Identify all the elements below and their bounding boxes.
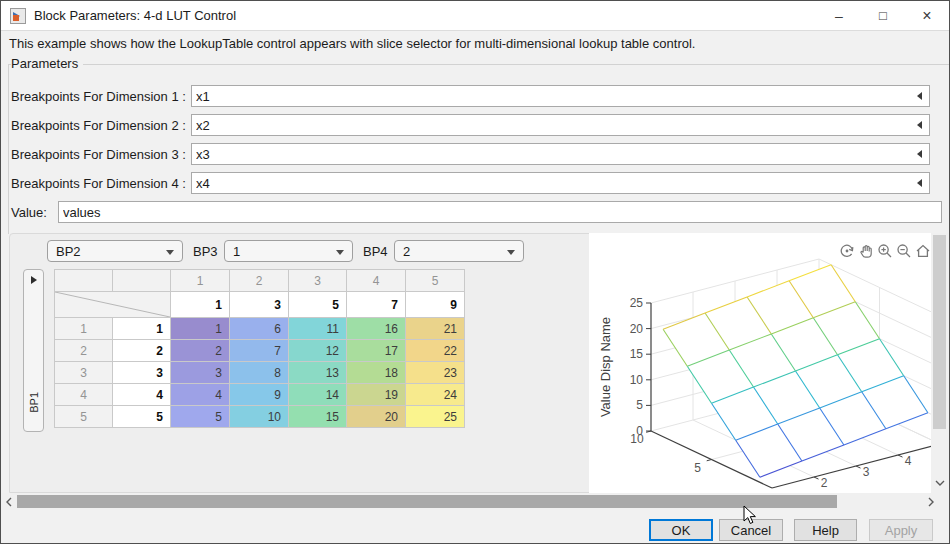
spin-left-icon[interactable] [917, 179, 922, 187]
apply-button[interactable]: Apply [869, 519, 933, 541]
row-index-header: 3 [55, 362, 113, 384]
bp-dim2-label: Breakpoints For Dimension 2 : [11, 118, 186, 133]
table-cell[interactable]: 3 [171, 362, 230, 384]
bp-dim3-label: Breakpoints For Dimension 3 : [11, 147, 186, 162]
column-index-header: 1 [171, 270, 230, 292]
zoom-out-icon[interactable] [896, 243, 912, 259]
column-breakpoint-cell[interactable]: 9 [406, 292, 465, 318]
vertical-scrollbar[interactable] [931, 233, 949, 493]
svg-text:5: 5 [636, 398, 643, 412]
table-cell[interactable]: 13 [289, 362, 347, 384]
table-cell[interactable]: 5 [171, 406, 230, 428]
column-breakpoint-cell[interactable]: 7 [347, 292, 406, 318]
value-input[interactable] [58, 201, 942, 223]
table-cell[interactable]: 11 [289, 318, 347, 340]
row-breakpoint-cell[interactable]: 4 [113, 384, 171, 406]
surface-plot[interactable]: 0510152025510234Value Disp Name [589, 233, 931, 493]
row-breakpoint-cell[interactable]: 3 [113, 362, 171, 384]
table-cell[interactable]: 23 [406, 362, 465, 384]
row-breakpoint-cell[interactable]: 5 [113, 406, 171, 428]
diagonal-line [55, 292, 170, 317]
spin-left-icon[interactable] [917, 92, 922, 100]
window-title: Block Parameters: 4-d LUT Control [34, 8, 236, 23]
row-index-header: 2 [55, 340, 113, 362]
corner-cell [55, 270, 113, 292]
maximize-icon[interactable]: □ [861, 1, 905, 30]
table-cell[interactable]: 12 [289, 340, 347, 362]
table-cell[interactable]: 7 [230, 340, 289, 362]
bp-dim1-input[interactable] [191, 85, 930, 107]
column-breakpoint-cell[interactable]: 3 [230, 292, 289, 318]
help-button[interactable]: Help [794, 519, 857, 541]
minimize-icon[interactable]: – [817, 1, 861, 30]
table-cell[interactable]: 10 [230, 406, 289, 428]
table-cell[interactable]: 2 [171, 340, 230, 362]
svg-text:25: 25 [630, 296, 644, 310]
spin-left-icon[interactable] [917, 150, 922, 158]
bp-dim3-input[interactable] [191, 143, 930, 165]
table-cell[interactable]: 4 [171, 384, 230, 406]
table-cell[interactable]: 15 [289, 406, 347, 428]
column-breakpoint-cell[interactable]: 1 [171, 292, 230, 318]
bp3-slice-value: 1 [233, 244, 240, 259]
lookup-table-container: 1234513579111611162122271217223338131823… [54, 269, 465, 428]
table-cell[interactable]: 1 [171, 318, 230, 340]
bp1-collapse-tab[interactable]: BP1 [23, 269, 44, 432]
simulink-block-icon [10, 8, 26, 24]
scroll-down-icon[interactable] [935, 479, 945, 487]
vertical-scrollbar-thumb[interactable] [933, 235, 946, 429]
column-index-header: 2 [230, 270, 289, 292]
bp-dim4-input[interactable] [191, 172, 930, 194]
bp-dim1-label: Breakpoints For Dimension 1 : [11, 89, 186, 104]
horizontal-scrollbar-thumb[interactable] [17, 495, 837, 508]
block-parameters-dialog: Block Parameters: 4-d LUT Control – □ × … [0, 0, 950, 544]
bp4-slice-combo[interactable]: 2 [394, 240, 524, 262]
table-cell[interactable]: 19 [347, 384, 406, 406]
home-icon[interactable] [915, 243, 931, 259]
bp-dim2-input[interactable] [191, 114, 930, 136]
table-cell[interactable]: 14 [289, 384, 347, 406]
column-breakpoint-cell[interactable]: 5 [289, 292, 347, 318]
chevron-down-icon [507, 250, 515, 255]
table-cell[interactable]: 18 [347, 362, 406, 384]
table-cell[interactable]: 9 [230, 384, 289, 406]
row-index-header: 5 [55, 406, 113, 428]
table-cell[interactable]: 6 [230, 318, 289, 340]
bp3-slice-combo[interactable]: 1 [224, 240, 353, 262]
table-cell[interactable]: 16 [347, 318, 406, 340]
bp-dim4-label: Breakpoints For Dimension 4 : [11, 176, 186, 191]
zoom-in-icon[interactable] [877, 243, 893, 259]
ok-button[interactable]: OK [649, 519, 713, 541]
close-icon[interactable]: × [905, 1, 949, 30]
scroll-right-icon[interactable] [927, 497, 935, 507]
table-cell[interactable]: 24 [406, 384, 465, 406]
table-cell[interactable]: 20 [347, 406, 406, 428]
dialog-description: This example shows how the LookupTable c… [1, 31, 949, 55]
svg-text:20: 20 [630, 322, 644, 336]
table-cell[interactable]: 17 [347, 340, 406, 362]
rotate-3d-icon[interactable] [839, 243, 855, 259]
svg-text:10: 10 [630, 373, 644, 387]
mouse-cursor [743, 505, 757, 525]
column-index-header: 5 [406, 270, 465, 292]
corner-cell [113, 270, 171, 292]
row-breakpoint-cell[interactable]: 1 [113, 318, 171, 340]
lookup-table: 1234513579111611162122271217223338131823… [54, 269, 465, 428]
horizontal-scrollbar[interactable] [1, 493, 950, 510]
dimension-selector-value: BP2 [56, 244, 81, 259]
title-bar: Block Parameters: 4-d LUT Control – □ × [1, 1, 949, 31]
svg-text:2: 2 [821, 476, 828, 490]
table-cell[interactable]: 25 [406, 406, 465, 428]
svg-text:3: 3 [863, 465, 870, 479]
table-cell[interactable]: 22 [406, 340, 465, 362]
row-breakpoint-cell[interactable]: 2 [113, 340, 171, 362]
svg-text:10: 10 [630, 432, 644, 446]
spin-left-icon[interactable] [917, 121, 922, 129]
pan-icon[interactable] [858, 243, 874, 259]
axes-toolbar [839, 243, 931, 259]
dimension-selector-combo[interactable]: BP2 [47, 240, 183, 262]
scroll-left-icon[interactable] [5, 497, 13, 507]
surface-plot-panel: 0510152025510234Value Disp Name [589, 233, 931, 493]
table-cell[interactable]: 8 [230, 362, 289, 384]
table-cell[interactable]: 21 [406, 318, 465, 340]
